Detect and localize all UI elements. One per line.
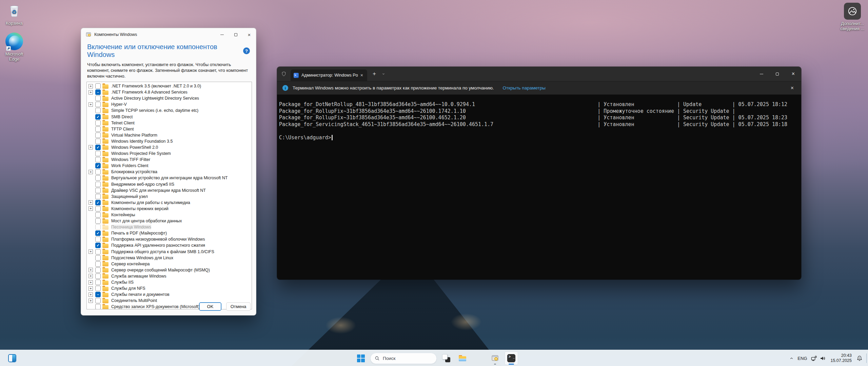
start-button[interactable]	[354, 351, 368, 365]
cancel-button[interactable]: Отмена	[226, 302, 251, 311]
feature-row[interactable]: +–.NET Framework 4.8 Advanced Services	[87, 89, 252, 95]
banner-close-icon[interactable]: ×	[789, 85, 796, 91]
feature-row[interactable]: +Подсистема Windows для Linux	[87, 255, 252, 261]
expand-toggle-icon[interactable]: +	[88, 292, 93, 297]
expand-toggle-icon[interactable]: +	[88, 145, 93, 149]
terminal-maximize-button[interactable]	[769, 67, 785, 81]
desktop-icon-info-file[interactable]: Дополнит... сведения ...	[838, 3, 867, 31]
expand-toggle-icon[interactable]: +	[88, 280, 93, 285]
feature-row[interactable]: +Hyper-V	[87, 101, 252, 107]
system-tray[interactable]	[808, 351, 828, 365]
terminal-minimize-button[interactable]	[753, 67, 769, 81]
feature-checkbox[interactable]: ✓	[95, 145, 101, 150]
feature-checkbox[interactable]	[95, 212, 101, 218]
tray-overflow-button[interactable]	[787, 351, 796, 365]
feature-row[interactable]: +Службы для NFS	[87, 285, 252, 291]
feature-row[interactable]: +.NET Framework 3.5 (включает .NET 2.0 и…	[87, 83, 252, 89]
terminal-tab[interactable]: >_ Администратор: Windows Po ×	[291, 69, 367, 81]
feature-row[interactable]: +TFTP Client	[87, 126, 252, 132]
expand-toggle-icon[interactable]: +	[88, 286, 93, 291]
desktop-icon-recycle-bin[interactable]: ♻ Корзина	[0, 3, 28, 26]
close-button[interactable]: ×	[242, 28, 256, 41]
terminal-taskbar-button[interactable]: >_	[505, 351, 518, 365]
feature-checkbox[interactable]	[95, 175, 101, 181]
edge-button[interactable]	[472, 351, 486, 365]
feature-row[interactable]: +Службы IIS	[87, 279, 252, 285]
feature-row[interactable]: +Драйвер VSC для интеграции ядра Microso…	[87, 187, 252, 194]
expand-toggle-icon[interactable]: +	[88, 268, 93, 272]
taskbar-search[interactable]: Поиск	[370, 353, 437, 364]
expand-toggle-icon[interactable]: +	[88, 299, 93, 303]
expand-toggle-icon[interactable]: +	[88, 84, 93, 88]
feature-checkbox[interactable]	[95, 194, 101, 199]
feature-row[interactable]: +–Службы печати и документов	[87, 291, 252, 298]
feature-checkbox[interactable]	[95, 83, 101, 89]
feature-checkbox[interactable]	[95, 102, 101, 107]
feature-checkbox[interactable]	[95, 267, 101, 273]
terminal-titlebar[interactable]: >_ Администратор: Windows Po × + ×	[277, 67, 801, 81]
feature-checkbox[interactable]	[95, 298, 101, 303]
expand-toggle-icon[interactable]: +	[88, 170, 93, 174]
feature-checkbox[interactable]	[95, 120, 101, 126]
help-button[interactable]: ?	[243, 47, 250, 54]
terminal-output[interactable]: Package_for_DotNetRollup_481~31bf3856ad3…	[277, 95, 801, 280]
feature-row[interactable]: +Песочница Windows	[87, 224, 252, 230]
terminal-close-button[interactable]: ×	[785, 67, 801, 81]
feature-row[interactable]: +Сервер очереди сообщений Майкрософт (MS…	[87, 267, 252, 273]
file-explorer-button[interactable]	[456, 351, 469, 365]
language-indicator[interactable]: ENG	[796, 356, 808, 361]
feature-checkbox[interactable]	[95, 169, 101, 175]
feature-checkbox[interactable]	[95, 261, 101, 267]
feature-checkbox[interactable]	[95, 218, 101, 224]
windows-features-button[interactable]	[488, 351, 502, 365]
feature-row[interactable]: +Защищенный узел	[87, 194, 252, 200]
feature-checkbox[interactable]	[95, 206, 101, 211]
feature-checkbox[interactable]	[95, 139, 101, 144]
expand-toggle-icon[interactable]: +	[88, 200, 93, 205]
feature-checkbox[interactable]: –	[95, 292, 101, 297]
dialog-titlebar[interactable]: Компоненты Windows ×	[81, 28, 256, 41]
feature-checkbox[interactable]: –	[95, 89, 101, 95]
feature-checkbox[interactable]	[95, 224, 101, 230]
feature-checkbox[interactable]	[95, 249, 101, 255]
feature-checkbox[interactable]: ✓	[95, 114, 101, 120]
feature-row[interactable]: +✓Windows PowerShell 2.0	[87, 144, 252, 150]
feature-checkbox[interactable]	[95, 273, 101, 279]
maximize-button[interactable]	[229, 28, 242, 41]
feature-row[interactable]: +✓Поддержка API удаленного разностного с…	[87, 242, 252, 248]
feature-row[interactable]: +✓Печать в PDF (Майкрософт)	[87, 230, 252, 236]
feature-checkbox[interactable]	[95, 304, 101, 309]
feature-checkbox[interactable]	[95, 133, 101, 138]
feature-row[interactable]: +Simple TCPIP services (i.e. echo, dayti…	[87, 107, 252, 114]
feature-checkbox[interactable]	[95, 280, 101, 285]
feature-row[interactable]: +Windows TIFF IFilter	[87, 157, 252, 163]
minimize-button[interactable]	[215, 28, 229, 41]
feature-checkbox[interactable]	[95, 108, 101, 113]
feature-checkbox[interactable]	[95, 255, 101, 261]
widgets-button[interactable]	[5, 350, 20, 366]
expand-toggle-icon[interactable]: +	[88, 90, 93, 95]
expand-toggle-icon[interactable]: +	[88, 249, 93, 254]
feature-checkbox[interactable]	[95, 182, 101, 187]
feature-row[interactable]: +Компоненты прежних версий	[87, 206, 252, 212]
tab-dropdown-button[interactable]	[381, 72, 386, 76]
expand-toggle-icon[interactable]: +	[88, 274, 93, 278]
feature-row[interactable]: +Внедряемое веб-ядро служб IIS	[87, 181, 252, 187]
feature-row[interactable]: +Контейнеры	[87, 212, 252, 218]
feature-row[interactable]: +Поддержка общего доступа к файлам SMB 1…	[87, 249, 252, 255]
feature-row[interactable]: +Active Directory Lightweight Directory …	[87, 95, 252, 101]
feature-checkbox[interactable]	[95, 151, 101, 156]
feature-checkbox[interactable]: ✓	[95, 163, 101, 168]
task-view-button[interactable]	[439, 351, 453, 365]
feature-checkbox[interactable]	[95, 237, 101, 242]
features-list[interactable]: +.NET Framework 3.5 (включает .NET 2.0 и…	[86, 82, 252, 309]
feature-row[interactable]: +Virtual Machine Platform	[87, 132, 252, 138]
expand-toggle-icon[interactable]: +	[88, 206, 93, 211]
feature-checkbox[interactable]	[95, 188, 101, 193]
feature-row[interactable]: +Мост для центра обработки данных	[87, 218, 252, 224]
feature-checkbox[interactable]	[95, 157, 101, 162]
feature-row[interactable]: +Windows Identity Foundation 3.5	[87, 138, 252, 144]
feature-checkbox[interactable]: ✓	[95, 200, 101, 205]
feature-row[interactable]: +Виртуальное устройство для интеграции я…	[87, 175, 252, 181]
notification-center-button[interactable]: z	[854, 351, 865, 365]
